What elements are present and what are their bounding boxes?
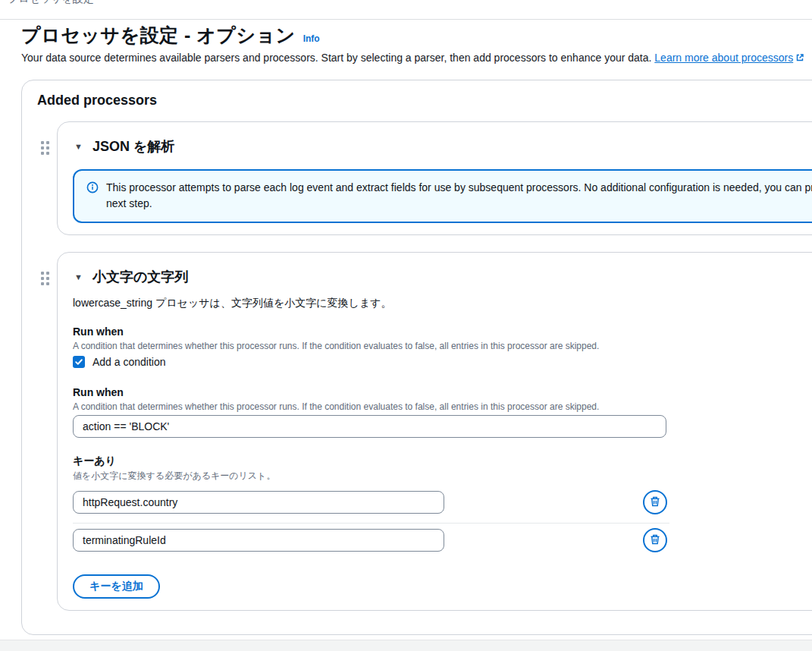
processor-header-parse-json[interactable]: ▼ JSON を解析 bbox=[74, 137, 174, 156]
checkbox-checked-icon[interactable] bbox=[73, 356, 85, 368]
processor-card-parse-json: ▼ JSON を解析 This processor attempts to pa… bbox=[57, 121, 812, 235]
info-link[interactable]: Info bbox=[303, 33, 320, 44]
header-divider bbox=[0, 19, 812, 20]
chevron-down-icon: ▼ bbox=[74, 143, 83, 151]
processor-title: JSON を解析 bbox=[92, 137, 174, 156]
processor-description: lowercase_string プロセッサは、文字列値を小文字に変換します。 bbox=[73, 297, 392, 310]
chevron-down-icon: ▼ bbox=[74, 273, 83, 281]
key-input[interactable] bbox=[73, 491, 444, 514]
with-keys-description: 値を小文字に変換する必要があるキーのリスト。 bbox=[73, 470, 275, 483]
page-header: プロセッサを設定 - オプション Info bbox=[21, 23, 320, 48]
external-link-icon bbox=[795, 52, 804, 64]
run-when-label: Run when bbox=[73, 326, 124, 338]
processor-card-lowercase-string: ▼ 小文字の文字列 lowercase_string プロセッサは、文字列値を小… bbox=[57, 252, 812, 611]
info-alert: This processor attempts to parse each lo… bbox=[73, 169, 812, 223]
add-key-button[interactable]: キーを追加 bbox=[73, 574, 160, 599]
processor-header-lowercase-string[interactable]: ▼ 小文字の文字列 bbox=[74, 268, 188, 286]
bottom-background-strip bbox=[0, 640, 812, 651]
added-processors-heading: Added processors bbox=[37, 93, 157, 108]
learn-more-link[interactable]: Learn more about processors bbox=[654, 52, 804, 64]
run-when-description: A condition that determines whether this… bbox=[73, 341, 599, 351]
page-description: Your data source determines available pa… bbox=[21, 52, 812, 64]
configure-processor-page: プロセッサを設定 プロセッサを設定 - オプション Info Your data… bbox=[0, 0, 812, 651]
drag-handle-parse-json[interactable] bbox=[41, 141, 49, 155]
clipped-wizard-step-text: プロセッサを設定 bbox=[8, 0, 94, 6]
page-title: プロセッサを設定 - オプション bbox=[21, 23, 296, 48]
add-condition-label: Add a condition bbox=[92, 356, 166, 368]
info-icon bbox=[86, 181, 99, 212]
key-input[interactable] bbox=[73, 529, 444, 552]
trash-icon bbox=[649, 533, 661, 548]
add-condition-checkbox-row[interactable]: Add a condition bbox=[73, 356, 166, 368]
processor-title: 小文字の文字列 bbox=[92, 268, 188, 286]
drag-handle-lowercase-string[interactable] bbox=[41, 272, 49, 285]
info-alert-text: This processor attempts to parse each lo… bbox=[106, 180, 812, 212]
run-when-condition-input[interactable] bbox=[73, 415, 666, 438]
run-when-description: A condition that determines whether this… bbox=[73, 401, 599, 412]
key-row-divider bbox=[73, 523, 669, 524]
with-keys-label: キーあり bbox=[73, 454, 116, 468]
page-description-text: Your data source determines available pa… bbox=[21, 52, 651, 64]
remove-key-button[interactable] bbox=[643, 528, 667, 552]
run-when-label: Run when bbox=[73, 386, 124, 398]
remove-key-button[interactable] bbox=[643, 490, 667, 514]
trash-icon bbox=[649, 495, 661, 510]
